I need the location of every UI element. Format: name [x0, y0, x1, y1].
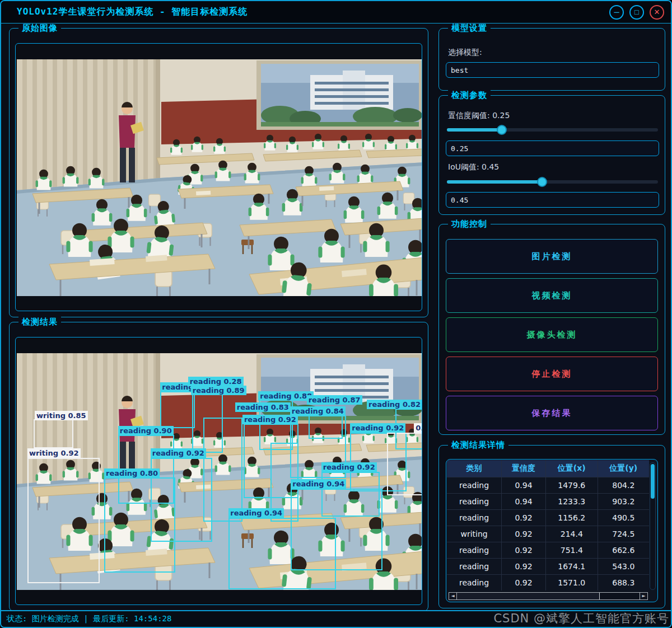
maximize-button[interactable]: □ — [629, 5, 644, 20]
table-cell: reading — [447, 574, 502, 590]
table-cell: reading — [447, 493, 502, 509]
table-cell: 688.3 — [598, 574, 649, 590]
model-settings-title: 模型设置 — [448, 23, 491, 34]
original-image-panel: 原始图像 — [9, 28, 428, 317]
table-row[interactable]: reading0.92751.4662.6 — [447, 542, 649, 558]
detection-label: reading 0.28 — [188, 377, 244, 386]
table-cell: reading — [447, 477, 502, 493]
table-cell: 0.94 — [502, 493, 546, 509]
model-settings-panel: 模型设置 选择模型: — [438, 28, 665, 91]
confidence-input[interactable] — [446, 140, 659, 156]
confidence-slider-handle[interactable] — [497, 125, 507, 135]
function-control-title: 功能控制 — [448, 219, 491, 229]
results-table-header: 类别置信度位置(x)位置(y) — [447, 460, 649, 477]
detection-overlay: writing 0.85writing 0.92reading 0.90read… — [17, 353, 422, 590]
status-text: 状态: 图片检测完成 | 最后更新: 14:54:28 — [7, 614, 171, 624]
detection-label: reading 0.84 — [290, 406, 346, 416]
table-cell: reading — [447, 558, 502, 574]
model-select-label: 选择模型: — [448, 48, 482, 58]
original-image-panel-title: 原始图像 — [18, 23, 61, 34]
detection-box — [104, 477, 175, 573]
detection-label: writing 0.92 — [27, 448, 81, 458]
detection-label: reading 0.94 — [291, 479, 346, 489]
table-cell: 1156.2 — [545, 509, 598, 526]
column-header: 位置(x) — [545, 460, 598, 477]
column-header: 类别 — [447, 460, 502, 477]
minimize-button[interactable]: ─ — [609, 5, 624, 20]
table-cell: 1479.6 — [545, 477, 598, 493]
titlebar: YOLOv12学生课堂行为检测系统 - 智能目标检测系统 ─ □ ✕ — [1, 1, 671, 24]
vertical-scrollbar[interactable] — [650, 462, 656, 590]
video-detect-button[interactable]: 视频检测 — [446, 278, 658, 313]
vertical-scrollbar-thumb[interactable] — [651, 464, 655, 499]
table-row[interactable]: writing0.92214.4724.5 — [447, 526, 649, 542]
detection-label: reading 0.92 — [350, 423, 405, 433]
table-cell: 804.2 — [598, 477, 649, 493]
detection-label: reading 0.94 — [228, 508, 284, 518]
detection-label: reading 0.92 — [321, 462, 377, 472]
detection-params-panel: 检测参数 置信度阈值: 0.25 IoU阈值: 0.45 — [438, 95, 665, 215]
table-cell: 1571.0 — [545, 574, 598, 590]
original-image-frame — [15, 43, 422, 311]
result-image-panel: 检测结果 writing 0.85writing 0.92reading 0.9… — [9, 322, 428, 611]
detection-label: reading 0.87 — [307, 395, 362, 405]
original-image — [17, 59, 422, 296]
table-cell: 1233.3 — [545, 493, 598, 509]
model-select[interactable] — [446, 62, 659, 78]
camera-detect-button[interactable]: 摄像头检测 — [446, 317, 658, 352]
iou-slider[interactable] — [447, 177, 658, 187]
table-cell: 0.92 — [502, 509, 546, 526]
result-image-panel-title: 检测结果 — [18, 317, 61, 327]
table-cell: reading — [447, 509, 502, 526]
confidence-threshold-label: 置信度阈值: 0.25 — [448, 111, 510, 121]
table-cell: 662.6 — [598, 542, 649, 558]
confidence-slider[interactable] — [447, 125, 658, 135]
scroll-left-arrow[interactable]: ◄ — [449, 593, 457, 599]
table-cell: 1674.1 — [545, 558, 598, 574]
detection-params-title: 检测参数 — [448, 90, 491, 101]
table-cell: 543.0 — [598, 558, 649, 574]
table-cell: 751.4 — [545, 542, 598, 558]
detection-box — [34, 419, 73, 448]
iou-input[interactable] — [446, 192, 659, 208]
detection-box — [160, 391, 195, 428]
results-table-wrap: 类别置信度位置(x)位置(y) reading0.941479.6804.2re… — [446, 459, 658, 602]
table-row[interactable]: reading0.941233.3903.2 — [447, 493, 649, 509]
watermark: CSDN @斌擎人工智能官方账号 — [493, 611, 669, 626]
column-header: 置信度 — [502, 460, 546, 477]
table-cell: 724.5 — [598, 526, 649, 542]
table-row[interactable]: reading0.921156.2490.5 — [447, 509, 649, 526]
table-row[interactable]: reading0.941479.6804.2 — [447, 477, 649, 493]
table-cell: 0.94 — [502, 477, 546, 493]
app-window: YOLOv12学生课堂行为检测系统 - 智能目标检测系统 ─ □ ✕ 原始图像 … — [0, 0, 672, 628]
detection-label: reading 0.89 — [191, 386, 246, 395]
detection-label: reading 0.83 — [235, 402, 291, 412]
detection-box — [203, 418, 242, 521]
window-controls: ─ □ ✕ — [609, 5, 664, 20]
iou-threshold-label: IoU阈值: 0.45 — [448, 162, 499, 172]
detection-box — [27, 458, 100, 584]
table-cell: 0.92 — [502, 574, 546, 590]
table-cell: writing — [447, 526, 502, 542]
horizontal-scrollbar-thumb[interactable] — [457, 593, 600, 599]
column-header: 位置(y) — [598, 460, 649, 477]
detection-label: writing 0.85 — [35, 411, 88, 420]
table-cell: 0.92 — [502, 526, 546, 542]
result-details-panel: 检测结果详情 类别置信度位置(x)位置(y) reading0.941479.6… — [438, 445, 665, 608]
horizontal-scrollbar[interactable]: ◄ ► — [449, 592, 648, 600]
table-cell: 490.5 — [598, 509, 649, 526]
detection-label: reading 0.92 — [242, 415, 298, 424]
results-table: 类别置信度位置(x)位置(y) reading0.941479.6804.2re… — [447, 460, 649, 590]
table-cell: reading — [447, 542, 502, 558]
close-button[interactable]: ✕ — [650, 5, 664, 20]
image-detect-button[interactable]: 图片检测 — [446, 239, 658, 274]
save-results-button[interactable]: 保存结果 — [446, 396, 658, 430]
table-row[interactable]: reading0.921674.1543.0 — [447, 558, 649, 574]
detection-label: reading 0.82 — [367, 400, 422, 409]
scroll-right-arrow[interactable]: ► — [640, 593, 647, 599]
result-image: writing 0.85writing 0.92reading 0.90read… — [17, 353, 422, 590]
result-image-frame: writing 0.85writing 0.92reading 0.90read… — [15, 337, 422, 605]
stop-detect-button[interactable]: 停止检测 — [446, 357, 658, 391]
iou-slider-handle[interactable] — [537, 177, 547, 187]
table-row[interactable]: reading0.921571.0688.3 — [447, 574, 649, 590]
